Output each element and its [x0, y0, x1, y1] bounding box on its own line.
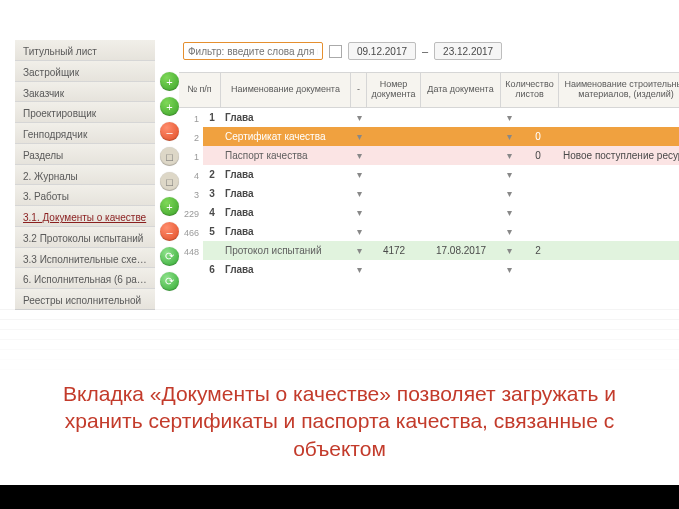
dropdown-icon[interactable]: ▾: [501, 131, 517, 142]
refresh-button-2[interactable]: ⟳: [160, 272, 179, 291]
cell-name: Глава: [221, 264, 351, 275]
dropdown-icon[interactable]: ▾: [351, 188, 367, 199]
table-body: 1Глава▾▾Сертификат качества▾▾0Паспорт ка…: [203, 108, 679, 279]
delete-button[interactable]: –: [160, 122, 179, 141]
sidebar-item-6[interactable]: 2. Журналы: [15, 165, 155, 186]
sidebar-item-label: Заказчик: [23, 88, 64, 99]
cell-num: 1: [203, 112, 221, 123]
row-count: 3: [179, 186, 203, 205]
sidebar-item-3[interactable]: Проектировщик: [15, 102, 155, 123]
sidebar-item-0[interactable]: Титульный лист: [15, 40, 155, 61]
filter-input[interactable]: [183, 42, 323, 60]
bottom-bar: [0, 485, 679, 509]
dropdown-icon[interactable]: ▾: [351, 169, 367, 180]
toolbar-icons: + + – □ □ + – ⟳ ⟳: [160, 40, 179, 310]
sidebar-item-label: 3.1. Документы о качестве: [23, 212, 146, 223]
sidebar-item-label: 3.2 Протоколы испытаний: [23, 233, 143, 244]
row-count: 448: [179, 243, 203, 262]
row-count: 4: [179, 167, 203, 186]
row-count: 229: [179, 205, 203, 224]
sidebar-item-7[interactable]: 3. Работы: [15, 185, 155, 206]
dropdown-icon[interactable]: ▾: [501, 169, 517, 180]
cell-name: Паспорт качества: [221, 150, 351, 161]
header-materials: Наименование строительных материалов, (и…: [559, 73, 679, 107]
sidebar: Титульный листЗастройщикЗаказчикПроектир…: [15, 40, 155, 310]
date-filter-checkbox[interactable]: [329, 45, 342, 58]
sidebar-item-9[interactable]: 3.2 Протоколы испытаний: [15, 227, 155, 248]
add-button[interactable]: +: [160, 72, 179, 91]
cell-name: Глава: [221, 226, 351, 237]
date-to-input[interactable]: [434, 42, 502, 60]
dropdown-icon[interactable]: ▾: [351, 264, 367, 275]
cell-sheets: 0: [517, 131, 559, 142]
dropdown-icon[interactable]: ▾: [351, 245, 367, 256]
header-dd: -: [351, 73, 367, 107]
add-button-3[interactable]: +: [160, 197, 179, 216]
sidebar-item-8[interactable]: 3.1. Документы о качестве: [15, 206, 155, 227]
row-count: 1: [179, 110, 203, 129]
header-sheets: Количество листов: [501, 73, 559, 107]
sidebar-item-11[interactable]: 6. Исполнительная (6 раздел): [15, 268, 155, 289]
table-row[interactable]: 6Глава▾▾: [203, 260, 679, 279]
table-row[interactable]: Протокол испытаний▾417217.08.2017▾2: [203, 241, 679, 260]
sidebar-item-label: 2. Журналы: [23, 171, 78, 182]
dropdown-icon[interactable]: ▾: [351, 131, 367, 142]
sidebar-item-label: 6. Исполнительная (6 раздел): [23, 274, 155, 285]
table-row[interactable]: 5Глава▾▾: [203, 222, 679, 241]
sidebar-item-label: 3.3 Исполнительные схемы: [23, 254, 151, 265]
dropdown-icon[interactable]: ▾: [351, 207, 367, 218]
sidebar-item-label: Титульный лист: [23, 46, 97, 57]
table-row[interactable]: 2Глава▾▾: [203, 165, 679, 184]
table-row[interactable]: Паспорт качества▾▾0Новое поступление рес…: [203, 146, 679, 165]
header-name: Наименование документа: [221, 73, 351, 107]
cell-name: Глава: [221, 207, 351, 218]
sidebar-item-5[interactable]: Разделы: [15, 144, 155, 165]
cell-num: 6: [203, 264, 221, 275]
dropdown-icon[interactable]: ▾: [501, 112, 517, 123]
cell-sheets: 0: [517, 150, 559, 161]
cell-docno: 4172: [367, 245, 421, 256]
cell-num: 2: [203, 169, 221, 180]
dropdown-icon[interactable]: ▾: [501, 207, 517, 218]
delete-button-2[interactable]: –: [160, 222, 179, 241]
sidebar-item-label: Разделы: [23, 150, 63, 161]
sidebar-item-12[interactable]: Реестры исполнительной: [15, 289, 155, 310]
dropdown-icon[interactable]: ▾: [351, 150, 367, 161]
cell-materials: Новое поступление ресурса: [559, 150, 679, 161]
slide-caption: Вкладка «Документы о качестве» позволяет…: [0, 380, 679, 462]
dropdown-icon[interactable]: ▾: [501, 245, 517, 256]
dropdown-icon[interactable]: ▾: [501, 264, 517, 275]
cell-num: 5: [203, 226, 221, 237]
table-row[interactable]: 1Глава▾▾: [203, 108, 679, 127]
header-date: Дата документа: [421, 73, 501, 107]
date-sep: –: [422, 45, 428, 57]
neutral-button[interactable]: □: [160, 147, 179, 166]
dropdown-icon[interactable]: ▾: [351, 112, 367, 123]
cell-name: Протокол испытаний: [221, 245, 351, 256]
header-docno: Номер документа: [367, 73, 421, 107]
cell-name: Сертификат качества: [221, 131, 351, 142]
sidebar-item-4[interactable]: Генподрядчик: [15, 123, 155, 144]
refresh-button[interactable]: ⟳: [160, 247, 179, 266]
date-from-input[interactable]: [348, 42, 416, 60]
dropdown-icon[interactable]: ▾: [501, 226, 517, 237]
dropdown-icon[interactable]: ▾: [501, 188, 517, 199]
dropdown-icon[interactable]: ▾: [501, 150, 517, 161]
sidebar-item-2[interactable]: Заказчик: [15, 82, 155, 103]
table-row[interactable]: 3Глава▾▾: [203, 184, 679, 203]
neutral-button-2[interactable]: □: [160, 172, 179, 191]
row-counts: 12143229466448: [179, 108, 203, 279]
cell-num: 4: [203, 207, 221, 218]
dropdown-icon[interactable]: ▾: [351, 226, 367, 237]
table-row[interactable]: Сертификат качества▾▾0: [203, 127, 679, 146]
sidebar-item-label: 3. Работы: [23, 191, 69, 202]
sidebar-item-1[interactable]: Застройщик: [15, 61, 155, 82]
sidebar-item-label: Застройщик: [23, 67, 79, 78]
add-button-2[interactable]: +: [160, 97, 179, 116]
table-row[interactable]: 4Глава▾▾: [203, 203, 679, 222]
sidebar-item-10[interactable]: 3.3 Исполнительные схемы: [15, 248, 155, 269]
cell-num: 3: [203, 188, 221, 199]
row-count: 2: [179, 129, 203, 148]
cell-date: 17.08.2017: [421, 245, 501, 256]
table-header: № п/п Наименование документа - Номер док…: [179, 72, 679, 108]
